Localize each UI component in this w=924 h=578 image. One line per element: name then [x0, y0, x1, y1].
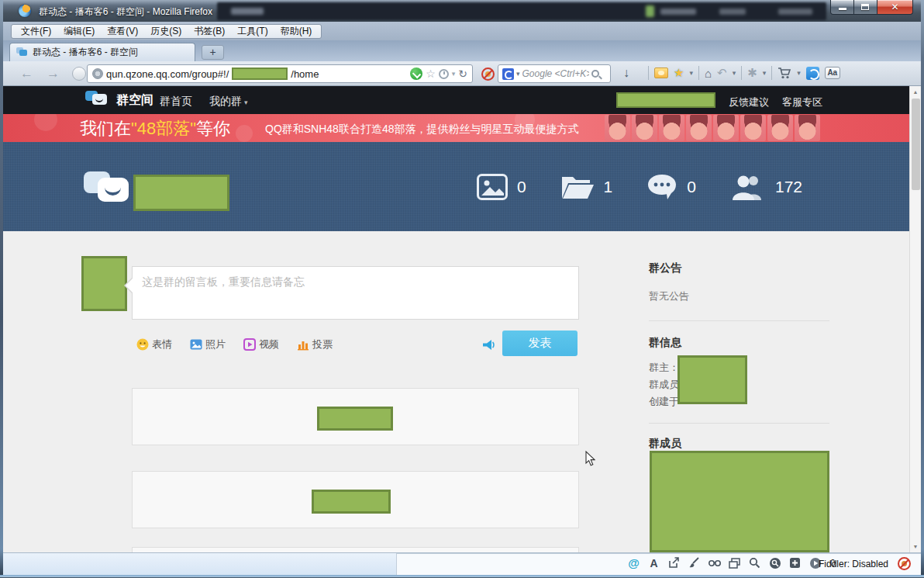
window-border-bottom: [0, 575, 924, 578]
url-bar[interactable]: qun.qzone.qq.com/group#!/ /home ☆ ▾ ↻: [87, 64, 473, 83]
cart-dropdown-icon[interactable]: ▾: [797, 69, 801, 77]
cart-icon[interactable]: [777, 67, 791, 79]
tabbar: 群动态 - 播布客6 - 群空间 +: [3, 40, 921, 61]
scroll-up-icon[interactable]: ▲: [910, 86, 921, 98]
search-icon[interactable]: [591, 70, 599, 78]
menu-bookmarks[interactable]: 书签(B): [188, 23, 231, 40]
stat-albums[interactable]: 1: [560, 174, 613, 200]
qzone-extension-icon[interactable]: ★: [674, 66, 684, 80]
undo-icon[interactable]: ↶: [717, 66, 727, 80]
menu-help[interactable]: 帮助(H): [274, 23, 319, 40]
downloads-icon[interactable]: ↓: [623, 66, 629, 80]
qzone-dropdown-icon[interactable]: ▾: [689, 69, 693, 77]
member-count: 172: [775, 178, 802, 196]
windows-cascade-icon[interactable]: [728, 556, 741, 569]
search-input[interactable]: [522, 68, 589, 79]
menu-file[interactable]: 文件(F): [15, 23, 57, 40]
scrollbar[interactable]: ▲ ▼: [909, 86, 921, 552]
nav-feedback[interactable]: 反馈建议: [729, 95, 769, 109]
menu-view[interactable]: 查看(V): [101, 23, 144, 40]
stat-topics[interactable]: 0: [646, 173, 696, 201]
scroll-down-icon[interactable]: ▼: [910, 541, 921, 552]
created-label: 创建于: [649, 393, 679, 410]
stat-photos[interactable]: 0: [477, 174, 526, 200]
bookmark-star-icon[interactable]: ☆: [426, 67, 436, 80]
new-tab-button[interactable]: +: [202, 45, 224, 60]
undo-dropdown-icon[interactable]: ▾: [733, 69, 736, 77]
message-input[interactable]: [133, 267, 578, 319]
video-button[interactable]: 视频: [243, 337, 279, 351]
search-engine-dropdown-icon[interactable]: ▾: [516, 70, 520, 78]
statusbar: @ A: [3, 552, 921, 575]
qq-extension-icon[interactable]: [654, 67, 668, 78]
home-icon[interactable]: ⌂: [705, 67, 712, 80]
idol-photo: [713, 115, 739, 141]
megaphone-icon[interactable]: [482, 339, 495, 354]
album-count: 1: [604, 178, 613, 196]
announcement-empty: 暂无公告: [649, 289, 689, 303]
feed-item: [132, 388, 579, 445]
announcement-title: 群公告: [649, 261, 681, 275]
nav-my-groups[interactable]: 我的群▾: [209, 95, 248, 109]
emoji-button[interactable]: 表情: [136, 337, 172, 351]
at-icon[interactable]: @: [627, 556, 640, 569]
close-icon: ✕: [877, 2, 912, 12]
url-dropdown-icon[interactable]: ▾: [452, 70, 456, 78]
text-size-icon[interactable]: A: [647, 556, 660, 569]
composer-actions: 表情 照片 视频: [136, 337, 333, 351]
menu-tools[interactable]: 工具(T): [231, 23, 274, 40]
minimize-button[interactable]: [830, 0, 854, 15]
add-box-icon[interactable]: [788, 556, 802, 569]
menu-history[interactable]: 历史(S): [144, 23, 188, 40]
restore-button[interactable]: [854, 0, 877, 15]
emoji-icon: [136, 338, 149, 351]
share-icon[interactable]: [667, 556, 681, 569]
bug-extension-icon[interactable]: ✱: [747, 66, 757, 80]
url-prefix: qun.qzone.qq.com/group#!/: [106, 68, 229, 80]
extension-toolbar: ★ ▾ ⌂ ↶ ▾ ✱ ▾ ▾ Aa: [648, 66, 840, 80]
redacted-feed-content: [312, 490, 391, 514]
brush-icon[interactable]: [688, 556, 701, 569]
photo-button[interactable]: 照片: [190, 337, 226, 351]
zoom-page-icon[interactable]: [768, 556, 781, 569]
idol-photo: [632, 115, 657, 141]
idol-photo: [686, 115, 712, 141]
adblock-icon[interactable]: [481, 67, 495, 81]
window-controls: ✕: [830, 0, 913, 15]
go-icon[interactable]: [410, 67, 422, 80]
stop-go-button[interactable]: [72, 67, 86, 81]
scrollbar-thumb[interactable]: [912, 99, 920, 190]
fiddler-status[interactable]: Fiddler: Disabled: [819, 559, 888, 569]
font-size-extension-icon[interactable]: Aa: [825, 67, 840, 79]
search-box[interactable]: ▾: [498, 64, 611, 83]
site-identity-icon[interactable]: [92, 68, 103, 79]
forward-icon[interactable]: →: [47, 66, 60, 81]
window-border-left: [0, 0, 3, 578]
message-board-box[interactable]: [132, 266, 579, 320]
menu-edit[interactable]: 编辑(E): [57, 23, 101, 40]
redacted-username: [616, 92, 715, 108]
stat-members[interactable]: 172: [730, 174, 802, 200]
idol-photo-strip: [605, 115, 820, 141]
bug-dropdown-icon[interactable]: ▾: [763, 69, 767, 77]
publish-button[interactable]: 发表: [502, 331, 578, 356]
qzone-group-logo-icon[interactable]: [85, 91, 112, 109]
history-clock-icon[interactable]: [439, 69, 449, 79]
search-status-icon[interactable]: [748, 556, 761, 569]
mouse-cursor: [585, 451, 595, 466]
active-tab[interactable]: 群动态 - 播布客6 - 群空间: [9, 43, 195, 61]
idol-photo: [605, 115, 630, 141]
nav-group-home[interactable]: 群首页: [160, 95, 192, 109]
blocked-status-icon[interactable]: [898, 557, 911, 570]
sogou-extension-icon[interactable]: [806, 67, 819, 80]
close-button[interactable]: ✕: [877, 0, 913, 15]
brand-title[interactable]: 群空间: [116, 92, 153, 109]
poll-button[interactable]: 投票: [297, 337, 333, 351]
back-icon[interactable]: ←: [20, 66, 33, 81]
promo-banner[interactable]: 我们在"48部落"等你 QQ群和SNH48联合打造48部落，提供粉丝与明星互动最…: [3, 114, 909, 142]
member-label: 群成员: [649, 376, 679, 393]
nav-customer-service[interactable]: 客服专区: [782, 95, 822, 109]
google-logo-icon[interactable]: [502, 68, 514, 80]
mask-icon[interactable]: [708, 556, 721, 569]
reload-icon[interactable]: ↻: [458, 67, 467, 80]
